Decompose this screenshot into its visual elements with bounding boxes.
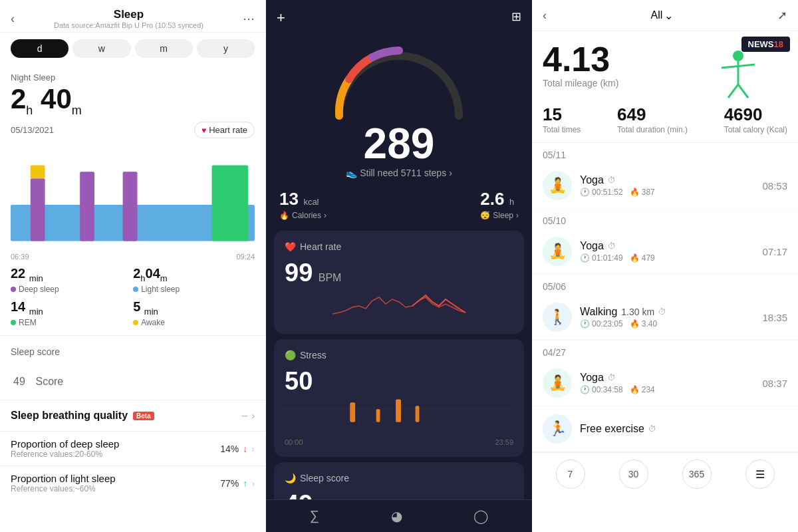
tab-m[interactable]: m	[135, 39, 193, 58]
right-stats-area: NEWS18 4.13 Total mileage (km)	[532, 31, 798, 99]
sleep-duration-section: Night Sleep 2h 40m 05/13/2021 ♥ Heart ra…	[0, 65, 265, 146]
deep-prop-val: 14%	[220, 444, 239, 454]
light-sleep-label: Light sleep	[133, 285, 250, 294]
total-times-col: 15 Total times	[543, 104, 581, 134]
stress-icon: 🟢	[285, 350, 296, 360]
clock-icon-small: 🕐	[580, 253, 590, 263]
activity-yoga-0511[interactable]: 🧘 Yoga ⏱ 🕐 00:51:52 🔥 387 08:53	[532, 163, 798, 209]
total-calory-col: 4690 Total calory (Kcal)	[724, 104, 787, 134]
profile-icon[interactable]: ◯	[473, 508, 488, 524]
svg-line-18	[738, 84, 748, 98]
activity-panel: ‹ All ⌄ ➚ NEWS18 4.13 Total mileage (km)	[532, 0, 798, 532]
flame-icon: 🔥	[279, 211, 289, 220]
sleep-icon: 😴	[480, 211, 490, 220]
date-section-0427: 04/27	[532, 340, 798, 360]
activity-yoga-0427[interactable]: 🧘 Yoga ⏱ 🕐 00:34:58 🔥 234 08:37	[532, 360, 798, 406]
dot-purple	[11, 287, 16, 292]
stress-end: 23:59	[495, 438, 513, 446]
all-dropdown[interactable]: All ⌄	[651, 9, 674, 22]
stress-start: 00:00	[285, 438, 303, 446]
beta-badge: Beta	[133, 412, 154, 420]
activity-name: Yoga	[580, 174, 604, 186]
figure-svg	[712, 48, 765, 101]
prop-row-light[interactable]: Proportion of light sleep Reference valu…	[0, 466, 265, 500]
activity-walking-0506[interactable]: 🚶 Walking 1.30 km ⏱ 🕐 00:23:05 🔥 3.40 18	[532, 295, 798, 340]
sigma-icon[interactable]: ∑	[310, 508, 319, 524]
rem-label: REM	[11, 318, 128, 327]
clock-icon-small: 🕐	[580, 319, 590, 329]
activity-sub: 🕐 00:51:52 🔥 387	[580, 188, 655, 197]
duration-item: 🕐 01:01:49	[580, 253, 623, 263]
sleep-score-card-title: 🌙 Sleep score	[285, 473, 513, 483]
data-source: Data source:Amazfit Bip U Pro (10:53 syn…	[15, 21, 243, 29]
heart-rate-card-title: ❤️ Heart rate	[285, 241, 513, 252]
prop-left-deep: Proportion of deep sleep Reference value…	[11, 438, 119, 459]
duration-item: 🕐 00:23:05	[580, 319, 623, 329]
more-button[interactable]: ⋯	[243, 11, 255, 26]
steps-need-msg: Still need 5711 steps	[360, 168, 446, 178]
clock-icon-small: 🕐	[580, 188, 590, 197]
sleep-hours: 2	[11, 83, 26, 114]
calory-item: 🔥 479	[630, 253, 655, 263]
activity-icon[interactable]: ◕	[391, 508, 402, 524]
tab-y[interactable]: y	[197, 39, 255, 58]
prop-row-deep[interactable]: Proportion of deep sleep Reference value…	[0, 431, 265, 466]
chevron-right-icon: ›	[324, 211, 327, 220]
svg-rect-9	[376, 409, 380, 422]
sleep-quality-right: -- ›	[241, 410, 255, 421]
heart-icon: ❤️	[285, 241, 296, 252]
sleep-label: 😴 Sleep ›	[480, 211, 519, 220]
activity-free-exercise[interactable]: 🏃 Free exercise ⏱	[532, 406, 798, 452]
calories-metric: 13 kcal 🔥 Calories ›	[279, 189, 327, 220]
tab-w[interactable]: w	[72, 39, 130, 58]
calories-val: 13 kcal	[279, 189, 327, 209]
walk-icon-circle: 🚶	[543, 303, 572, 332]
sleep-quality-title: Sleep breathing quality	[11, 410, 128, 422]
steps-count: 289	[364, 122, 435, 165]
date-section-0506: 05/06	[532, 275, 798, 295]
right-back-button[interactable]: ‹	[543, 9, 547, 23]
clock-icon: ⏱	[658, 307, 666, 317]
activity-yoga-0510[interactable]: 🧘 Yoga ⏱ 🕐 01:01:49 🔥 479 07:17	[532, 229, 798, 275]
exercise-icon-circle: 🏃	[543, 414, 572, 444]
yoga-icon-circle: 🧘	[543, 237, 572, 266]
score-value: 49 Score	[11, 360, 255, 392]
sleep-val: 2.6 h	[480, 189, 519, 209]
share-button[interactable]: ➚	[777, 8, 787, 23]
clock-icon: ⏱	[648, 424, 656, 434]
deep-sleep-val: 22 min	[11, 266, 128, 283]
nav-365-button[interactable]: 365	[682, 460, 712, 489]
activity-sub: 🕐 01:01:49 🔥 479	[580, 253, 655, 263]
duration-item: 🕐 00:34:58	[580, 385, 623, 394]
flame-icon-small: 🔥	[630, 253, 640, 263]
nav-7-button[interactable]: 7	[556, 460, 585, 489]
light-prop-title: Proportion of light sleep	[11, 473, 116, 484]
total-times-label: Total times	[543, 125, 581, 134]
nav-menu-button[interactable]: ☰	[745, 460, 775, 489]
add-button[interactable]: +	[277, 9, 285, 27]
tab-d[interactable]: d	[11, 39, 68, 58]
svg-line-17	[728, 84, 738, 98]
chevron-down-icon: ⌄	[664, 9, 673, 22]
light-prop-sub: Reference values:~60%	[11, 484, 116, 493]
prop-left-light: Proportion of light sleep Reference valu…	[11, 473, 116, 493]
flame-icon-small: 🔥	[630, 319, 640, 329]
clock-icon: ⏱	[608, 241, 616, 251]
sleep-time-display: 2h 40m	[11, 85, 255, 116]
score-label: Sleep score	[11, 346, 255, 357]
steps-metrics: 13 kcal 🔥 Calories › 2.6 h 😴 Sleep ›	[266, 178, 532, 225]
clock-icon-small: 🕐	[580, 385, 590, 394]
heart-rate-button[interactable]: ♥ Heart rate	[194, 122, 255, 138]
awake-stat: 5 min Awake	[133, 299, 250, 327]
nav-30-button[interactable]: 30	[619, 460, 648, 489]
steps-ring-area: 289 👟 Still need 5711 steps ›	[266, 36, 532, 178]
sleep-quality-row[interactable]: Sleep breathing quality Beta -- ›	[0, 400, 265, 431]
activity-sub: 🕐 00:34:58 🔥 234	[580, 385, 655, 394]
svg-rect-1	[31, 179, 45, 241]
news18-badge: NEWS18	[741, 37, 790, 52]
prop-right-deep: 14% ↓ ›	[220, 444, 255, 454]
light-sleep-stat: 2h04m Light sleep	[133, 266, 250, 294]
heart-rate-label: Heart rate	[209, 125, 247, 135]
grid-button[interactable]: ⊞	[511, 9, 521, 27]
calory-item: 🔥 387	[630, 188, 655, 197]
